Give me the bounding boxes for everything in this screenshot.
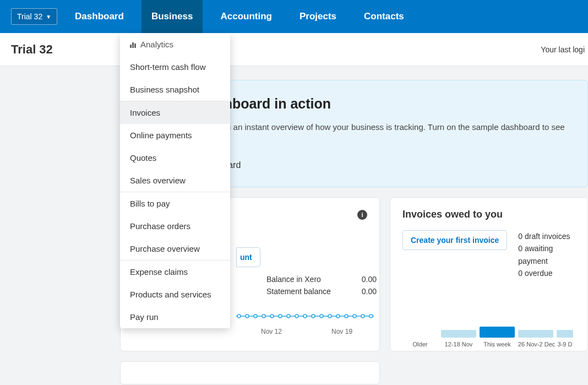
svg-point-2	[246, 314, 249, 318]
awaiting-payment: 0 awaiting payment	[518, 242, 575, 267]
bar-label-2: This week	[480, 341, 515, 348]
bar-week1	[441, 330, 476, 338]
top-nav: Trial 32 ▼ Dashboard Business Accounting…	[0, 0, 588, 33]
nav-contacts[interactable]: Contacts	[354, 0, 414, 33]
svg-point-6	[279, 314, 282, 318]
menu-sales-overview[interactable]: Sales overview	[120, 169, 230, 192]
last-login-text: Your last logi	[541, 45, 585, 54]
svg-point-14	[345, 314, 348, 318]
spark-date-1: Nov 19	[331, 328, 352, 335]
menu-bills[interactable]: Bills to pay	[120, 192, 230, 215]
bar-week4	[557, 330, 573, 338]
svg-point-3	[254, 314, 257, 318]
statement-balance-label: Statement balance	[266, 287, 331, 296]
svg-point-17	[369, 314, 373, 318]
bar-label-3: 26 Nov-2 Dec	[518, 341, 553, 348]
nav-dashboard[interactable]: Dashboard	[65, 0, 134, 33]
menu-payrun[interactable]: Pay run	[120, 306, 230, 328]
svg-point-5	[270, 314, 274, 318]
content: See your dashboard in action The dashboa…	[0, 66, 588, 384]
spark-date-0: Nov 12	[261, 328, 282, 335]
menu-products[interactable]: Products and services	[120, 283, 230, 306]
bar-label-0: Older	[402, 341, 438, 348]
empty-card	[120, 361, 380, 384]
bar-label-1: 12-18 Nov	[441, 341, 476, 348]
balance-xero-value: 0.00	[362, 275, 377, 284]
bar-week3	[518, 330, 553, 338]
menu-expense-claims[interactable]: Expense claims	[120, 261, 230, 283]
analytics-icon	[130, 41, 136, 48]
nav-accounting[interactable]: Accounting	[210, 0, 282, 33]
svg-point-12	[328, 314, 331, 318]
svg-point-1	[237, 314, 241, 318]
menu-quotes[interactable]: Quotes	[120, 147, 230, 169]
svg-point-4	[262, 314, 265, 318]
statement-balance-value: 0.00	[362, 287, 377, 296]
menu-analytics[interactable]: Analytics	[120, 33, 230, 56]
balance-xero-row: Balance in Xero 0.00	[266, 275, 377, 284]
menu-invoices[interactable]: Invoices	[120, 101, 230, 124]
subheader: Trial 32 Your last logi	[0, 33, 588, 66]
invoice-status-lines: 0 draft invoices 0 awaiting payment 0 ov…	[518, 230, 575, 280]
svg-point-13	[336, 314, 340, 318]
menu-analytics-label: Analytics	[140, 40, 173, 49]
menu-purchase-overview[interactable]: Purchase overview	[120, 237, 230, 260]
bar-label-4: 3-9 D	[557, 341, 573, 348]
org-name: Trial 32	[17, 12, 42, 21]
overdue: 0 overdue	[518, 267, 575, 279]
menu-cashflow[interactable]: Short-term cash flow	[120, 56, 230, 78]
caret-down-icon: ▼	[46, 14, 51, 20]
svg-point-8	[295, 314, 298, 318]
account-button-partial[interactable]: unt	[236, 247, 260, 267]
menu-purchase-orders[interactable]: Purchase orders	[120, 215, 230, 237]
cards-row-2	[120, 361, 588, 384]
svg-point-10	[312, 314, 315, 318]
invoices-title: Invoices owed to you	[402, 209, 575, 220]
svg-point-9	[303, 314, 307, 318]
sparkline-icon	[236, 312, 374, 320]
bar-older	[402, 330, 438, 338]
svg-point-15	[353, 314, 356, 318]
business-dropdown: Analytics Short-term cash flow Business …	[120, 33, 230, 328]
svg-point-11	[320, 314, 323, 318]
page-title: Trial 32	[11, 42, 53, 57]
nav-business[interactable]: Business	[141, 0, 203, 33]
balance-xero-label: Balance in Xero	[266, 275, 321, 284]
statement-balance-row: Statement balance 0.00	[266, 287, 377, 296]
info-icon[interactable]: i	[357, 210, 367, 220]
create-invoice-button[interactable]: Create your first invoice	[402, 230, 507, 250]
menu-snapshot[interactable]: Business snapshot	[120, 78, 230, 101]
svg-point-7	[287, 314, 290, 318]
invoices-bar-chart: Older 12-18 Nov This week 26 Nov-2 Dec 3…	[402, 327, 587, 348]
sparkline: Nov 12 Nov 19	[236, 312, 367, 335]
bar-this-week	[480, 327, 515, 338]
menu-online-payments[interactable]: Online payments	[120, 124, 230, 147]
nav-projects[interactable]: Projects	[290, 0, 346, 33]
invoices-card: Invoices owed to you Create your first i…	[390, 197, 588, 351]
svg-point-16	[361, 314, 364, 318]
org-selector[interactable]: Trial 32 ▼	[11, 8, 57, 25]
draft-invoices: 0 draft invoices	[518, 230, 575, 242]
